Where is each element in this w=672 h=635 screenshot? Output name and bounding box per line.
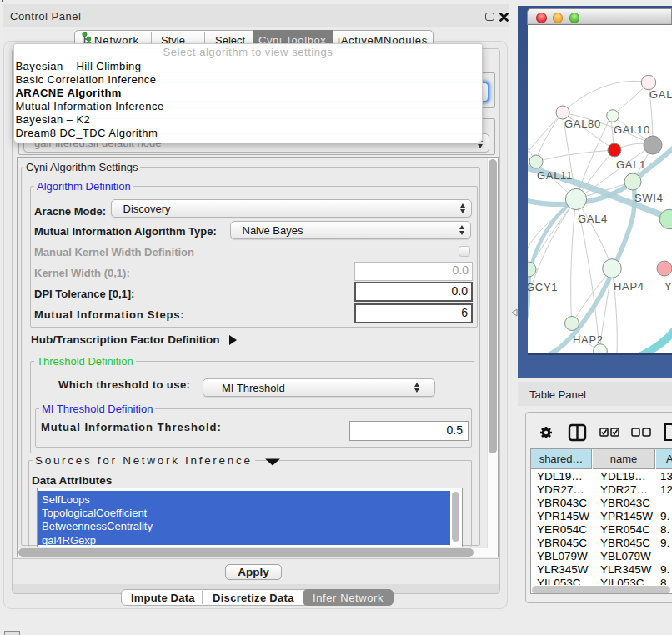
svg-text:GAL: GAL bbox=[649, 88, 672, 101]
svg-text:GAL1: GAL1 bbox=[616, 158, 646, 171]
svg-text:GCY1: GCY1 bbox=[528, 281, 558, 293]
svg-text:GAL10: GAL10 bbox=[614, 123, 650, 136]
svg-text:GAL80: GAL80 bbox=[564, 118, 601, 130]
svg-text:GAL11: GAL11 bbox=[537, 169, 573, 182]
svg-text:GAL4: GAL4 bbox=[578, 212, 608, 225]
svg-text:Y: Y bbox=[664, 280, 672, 292]
svg-text:HAP4: HAP4 bbox=[614, 280, 644, 292]
svg-text:HAP2: HAP2 bbox=[573, 333, 604, 346]
svg-text:SWI4: SWI4 bbox=[634, 192, 664, 204]
